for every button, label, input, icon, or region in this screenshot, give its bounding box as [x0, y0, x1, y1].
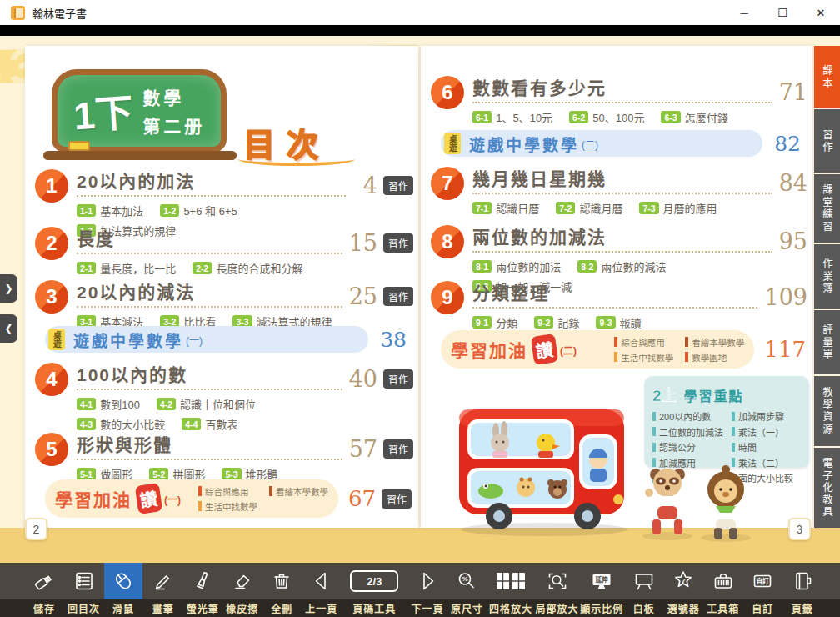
svg-text:自訂: 自訂 [757, 577, 769, 585]
svg-text:%: % [462, 575, 468, 583]
toolbar-pen[interactable]: 畫筆 [144, 563, 182, 617]
legend-color-bar [685, 352, 688, 362]
boost-banner-row[interactable]: 學習加油讚(二)綜合與應用生活中找數學看繪本學數學數學園地117 [441, 330, 806, 369]
sub-item[interactable]: 7-3月曆的應用 [639, 200, 717, 216]
sub-item[interactable]: 8-1兩位數的加法 [472, 258, 561, 274]
highlight-bar [652, 443, 656, 452]
workbook-badge[interactable]: 習作 [383, 176, 413, 195]
toolbar-display-scale[interactable]: 延伸顯示比例 [580, 563, 623, 617]
boost-banner-row[interactable]: 學習加油讚(一)綜合與應用生活中找數學看繪本學數學67習作 [45, 479, 412, 518]
chapter-page-number: 40 [349, 366, 378, 392]
sub-item[interactable]: 4-1數到100 [77, 396, 140, 412]
toolbar-label: 畫筆 [152, 599, 174, 617]
toolbar-region-zoom[interactable]: 局部放大 [536, 563, 579, 617]
toolbar-highlighter[interactable]: 螢光筆 [183, 563, 222, 617]
sub-item[interactable]: 8-2兩位數的減法 [578, 258, 666, 274]
chapter-title: 幾月幾日星期幾 [472, 169, 607, 188]
toolbar-original-size[interactable]: %原尺寸 [448, 563, 486, 617]
book-stage: 312132 1下 數學 第二册 目次 120以內的加法1-1基本加法1-25+… [0, 36, 840, 563]
highlight-label: 二位數的加減法 [659, 425, 723, 439]
chapter-number: 4 [35, 363, 68, 396]
sidebar-tab-6[interactable]: 教學資源 [814, 376, 840, 446]
chapter-title-wrap: 20以內的減法 [77, 278, 342, 308]
toolbar-label: 頁碼工具 [352, 599, 396, 617]
sub-item[interactable]: 9-3報讀 [596, 314, 641, 330]
sidebar-tab-1[interactable]: 課本 [814, 46, 840, 108]
workbook-badge[interactable]: 習作 [383, 439, 413, 459]
chapter-side: 109 [764, 279, 808, 310]
toolbar-custom[interactable]: 自訂自訂 [743, 563, 782, 617]
sub-item[interactable]: 7-1認識日曆 [472, 200, 539, 216]
toolbar-eraser[interactable]: 橡皮擦 [223, 563, 262, 617]
chapter-row[interactable]: 9分類整理9-1分類9-2記錄9-3報讀109 [431, 279, 808, 330]
highlight-label: 認識公分 [659, 440, 696, 454]
minimize-button[interactable]: ─ [725, 0, 763, 25]
game-banner-row[interactable]: 桌遊遊戲中學數學(二)82 [441, 130, 801, 157]
chapter-row[interactable]: 4100以內的數4-1數到1004-2認識十位和個位4-3數的大小比較4-4百數… [35, 361, 413, 432]
sub-item[interactable]: 4-3數的大小比較 [77, 416, 165, 432]
highlights-grade: 2上 [652, 383, 678, 405]
sub-item[interactable]: 2-1量長度，比一比 [77, 260, 176, 276]
toolbar-save[interactable]: 儲存 [25, 563, 63, 617]
sub-item[interactable]: 1-25+6 和 6+5 [160, 203, 238, 218]
close-button[interactable]: ✕ [802, 0, 840, 25]
sidebar-tab-7[interactable]: 電子化教具 [814, 448, 840, 528]
sidebar-tab-4[interactable]: 作業簿 [814, 244, 840, 308]
sub-item[interactable]: 6-3怎麼付錢 [661, 109, 728, 125]
sidebar-tab-3[interactable]: 課堂練習 [814, 174, 840, 243]
sidebar-tab-5[interactable]: 評量單 [814, 310, 840, 374]
sub-item-code-badge: 4-1 [77, 398, 96, 410]
legend-color-bar [198, 501, 202, 511]
sub-item[interactable]: 7-2認識月曆 [556, 200, 622, 216]
workbook-badge[interactable]: 習作 [383, 369, 413, 389]
eraser-icon [223, 563, 262, 599]
toolbox-icon [704, 563, 742, 599]
sub-item-label: 記錄 [558, 314, 579, 330]
toolbar-next-page[interactable]: 下一頁 [408, 563, 447, 617]
workbook-badge[interactable]: 習作 [383, 233, 413, 253]
number-picker-icon: 7 [664, 563, 702, 599]
chapter-side: 84 [779, 165, 808, 196]
toolbar-whiteboard[interactable]: 白板 [625, 563, 663, 617]
game-banner-row[interactable]: 桌遊遊戲中學數學(一)38 [45, 326, 407, 353]
chapter-row[interactable]: 7幾月幾日星期幾7-1認識日曆7-2認識月曆7-3月曆的應用84 [431, 165, 808, 216]
maximize-button[interactable]: ☐ [763, 0, 802, 25]
sub-item[interactable]: 6-250、100元 [569, 109, 644, 125]
sub-item[interactable]: 2-2長度的合成和分解 [192, 260, 302, 276]
workbook-badge[interactable]: 習作 [383, 287, 413, 306]
chapter-page-number: 95 [779, 228, 808, 254]
sub-item[interactable]: 1-1基本加法 [77, 203, 143, 218]
toolbar-toc[interactable]: 回目次 [65, 563, 103, 617]
toolbar-quad-zoom[interactable]: 四格放大 [488, 563, 534, 617]
legend-label: 看繪本學數學 [276, 485, 328, 498]
toolbar-prev-page[interactable]: 上一頁 [302, 563, 341, 617]
svg-text:7: 7 [682, 577, 686, 585]
sidebar-tab-label: 評量單 [819, 324, 835, 361]
sub-item[interactable]: 9-1分類 [472, 314, 518, 330]
toolbar-toolbox[interactable]: 工具箱 [704, 563, 742, 617]
page-number-badge-right[interactable]: 3 [788, 518, 811, 540]
sidebar-tab-2[interactable]: 習作 [814, 109, 840, 173]
chapter-row[interactable]: 6數數看有多少元6-11、5、10元6-250、100元6-3怎麼付錢71 [431, 74, 808, 125]
sub-item[interactable]: 4-4百數表 [182, 416, 238, 432]
sub-item[interactable]: 6-11、5、10元 [472, 109, 552, 125]
toolbar-number-picker[interactable]: 7選號器 [664, 563, 702, 617]
region-zoom-icon [538, 563, 577, 599]
toolbar-page-tab[interactable]: 頁籤 [783, 563, 822, 617]
chapter-row[interactable]: 5形狀與形體5-1做圖形5-2拼圖形5-3堆形體57習作 [35, 431, 413, 482]
sub-item-code-badge: 6-1 [472, 111, 492, 123]
chapter-subsections: 4-1數到1004-2認識十位和個位4-3數的大小比較4-4百數表 [77, 396, 342, 432]
toolbar-mouse[interactable]: 滑鼠 [104, 563, 142, 617]
toolbar-page-counter[interactable]: 2/3頁碼工具 [342, 563, 407, 617]
panel-collapse-arrow[interactable]: ❮ [0, 314, 18, 343]
workbook-badge[interactable]: 習作 [382, 489, 412, 509]
sub-item[interactable]: 4-2認識十位和個位 [157, 396, 256, 412]
chapter-row[interactable]: 320以內的減法3-1基本減法3-2比比看3-3減法算式的規律25習作 [35, 278, 413, 329]
page-number-badge-left[interactable]: 2 [25, 518, 48, 540]
toolbar-trash[interactable]: 全刪 [262, 563, 301, 617]
legend-item: 綜合與應用 [198, 485, 258, 498]
panel-expand-arrow[interactable]: ❯ [0, 274, 18, 303]
chapter-row[interactable]: 2長度2-1量長度，比一比2-2長度的合成和分解15習作 [35, 225, 413, 276]
sub-item[interactable]: 9-2記錄 [534, 314, 579, 330]
toolbar-label: 下一頁 [411, 599, 443, 617]
